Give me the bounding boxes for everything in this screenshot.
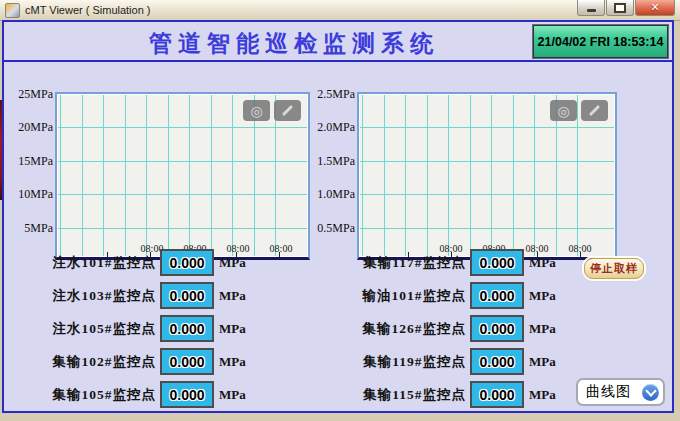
monitor-label: 集输102#监控点 xyxy=(42,353,156,371)
unit-label: MPa xyxy=(219,288,246,304)
datetime-display: 21/04/02 FRI 18:53:14 xyxy=(533,25,668,58)
chart-pen-button[interactable] xyxy=(581,100,608,121)
trend-chart-right[interactable]: ◎ 08:00 08:00 08:00 08:00 xyxy=(357,92,617,260)
unit-label: MPa xyxy=(529,255,556,271)
monitor-row: 集输126#监控点 0.000 MPa xyxy=(352,315,556,342)
pen-icon xyxy=(282,105,293,116)
page-title: 管道智能巡检监测系统 xyxy=(34,28,554,59)
monitor-label: 集输126#监控点 xyxy=(352,320,466,338)
chart-pen-button[interactable] xyxy=(274,100,301,121)
chevron-down-icon xyxy=(642,384,659,401)
monitor-label: 集输117#监控点 xyxy=(352,254,466,272)
y-tick-label: 2.0MPa xyxy=(310,120,355,134)
unit-label: MPa xyxy=(529,288,556,304)
monitor-label: 集输119#监控点 xyxy=(352,353,466,371)
options-icon: ◎ xyxy=(557,104,569,118)
view-selector-dropdown[interactable]: 曲线图 xyxy=(576,378,665,406)
monitor-column-left: 注水101#监控点 0.000 MPa 注水103#监控点 0.000 MPa … xyxy=(42,249,246,408)
monitor-row: 集输105#监控点 0.000 MPa xyxy=(42,381,246,408)
monitor-column-right: 集输117#监控点 0.000 MPa 输油101#监控点 0.000 MPa … xyxy=(352,249,556,408)
y-tick-label: 20MPa xyxy=(8,120,53,134)
value-display: 0.000 xyxy=(470,282,524,309)
window-title: cMT Viewer ( Simulation ) xyxy=(25,4,151,16)
y-tick-label: 5MPa xyxy=(8,221,53,235)
window-titlebar: cMT Viewer ( Simulation ) ✕ xyxy=(0,0,680,21)
hmi-screen: 管道智能巡检监测系统 21/04/02 FRI 18:53:14 25MPa 2… xyxy=(2,20,674,413)
pen-icon xyxy=(589,105,600,116)
unit-label: MPa xyxy=(219,387,246,403)
value-display: 0.000 xyxy=(160,381,214,408)
unit-label: MPa xyxy=(219,354,246,370)
close-icon: ✕ xyxy=(650,2,659,13)
monitor-row: 集输102#监控点 0.000 MPa xyxy=(42,348,246,375)
minimize-icon xyxy=(587,9,596,12)
monitor-row: 输油101#监控点 0.000 MPa xyxy=(352,282,556,309)
stop-sampling-button[interactable]: 停止取样 xyxy=(584,258,644,279)
trend-chart-left[interactable]: ◎ 08:00 08:00 08:00 08:00 xyxy=(55,92,310,260)
hmi-header: 管道智能巡检监测系统 21/04/02 FRI 18:53:14 xyxy=(4,22,672,62)
y-tick-label: 25MPa xyxy=(8,87,53,101)
monitor-row: 集输115#监控点 0.000 MPa xyxy=(352,381,556,408)
monitor-label: 注水101#监控点 xyxy=(42,254,156,272)
monitor-label: 集输105#监控点 xyxy=(42,386,156,404)
monitor-row: 注水103#监控点 0.000 MPa xyxy=(42,282,246,309)
y-tick-label: 2.5MPa xyxy=(310,87,355,101)
restore-button[interactable] xyxy=(606,0,634,16)
value-display: 0.000 xyxy=(160,282,214,309)
value-display: 0.000 xyxy=(470,381,524,408)
x-tick-label: 08:00 xyxy=(562,243,598,254)
unit-label: MPa xyxy=(219,321,246,337)
restore-icon xyxy=(614,3,626,13)
y-tick-label: 1.0MPa xyxy=(310,187,355,201)
x-tick-label: 08:00 xyxy=(263,243,299,254)
options-icon: ◎ xyxy=(250,104,262,118)
unit-label: MPa xyxy=(219,255,246,271)
value-display: 0.000 xyxy=(160,315,214,342)
unit-label: MPa xyxy=(529,387,556,403)
monitor-row: 注水101#监控点 0.000 MPa xyxy=(42,249,246,276)
chart-options-button[interactable]: ◎ xyxy=(243,100,270,121)
value-display: 0.000 xyxy=(160,249,214,276)
value-display: 0.000 xyxy=(470,315,524,342)
value-display: 0.000 xyxy=(160,348,214,375)
unit-label: MPa xyxy=(529,354,556,370)
monitor-label: 注水105#监控点 xyxy=(42,320,156,338)
y-tick-label: 0.5MPa xyxy=(310,221,355,235)
monitor-label: 注水103#监控点 xyxy=(42,287,156,305)
view-selector-value: 曲线图 xyxy=(578,383,642,401)
monitor-row: 注水105#监控点 0.000 MPa xyxy=(42,315,246,342)
value-display: 0.000 xyxy=(470,249,524,276)
chart-options-button[interactable]: ◎ xyxy=(550,100,577,121)
monitor-label: 集输115#监控点 xyxy=(352,386,466,404)
y-tick-label: 10MPa xyxy=(8,187,53,201)
monitor-row: 集输119#监控点 0.000 MPa xyxy=(352,348,556,375)
close-button[interactable]: ✕ xyxy=(635,0,675,16)
y-tick-label: 1.5MPa xyxy=(310,154,355,168)
monitor-row: 集输117#监控点 0.000 MPa xyxy=(352,249,556,276)
unit-label: MPa xyxy=(529,321,556,337)
monitor-label: 输油101#监控点 xyxy=(352,287,466,305)
cmt-app-icon xyxy=(5,3,20,18)
y-tick-label: 15MPa xyxy=(8,154,53,168)
value-display: 0.000 xyxy=(470,348,524,375)
minimize-button[interactable] xyxy=(577,0,605,16)
